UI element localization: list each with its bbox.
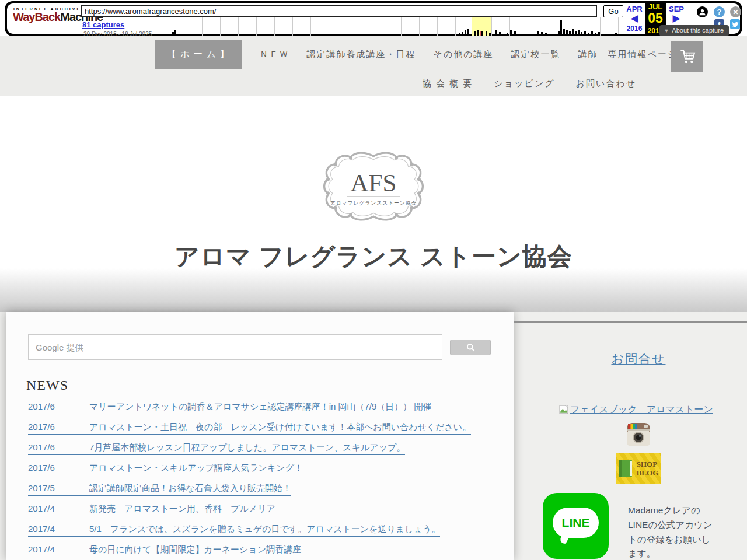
nav-item-4[interactable]: 認定校一覧 [511,49,561,60]
contact-link[interactable]: お問合せ [559,351,718,367]
news-link[interactable]: 2017/6マリーアントワネットの調香＆アロマサシェ認定講座講座！in 岡山（7… [28,401,432,414]
search-icon [466,342,476,352]
line-icon[interactable]: LINE [543,493,609,559]
news-title: アロマストーン・土日祝 夜の部 レッスン受け付けています！本部へお問い合わせくだ… [89,422,471,432]
news-title: 5/1 フランスでは、スズランを贈るミュゲの日です。アロマストーンを送りましょう… [89,524,440,534]
news-date: 2017/6 [28,422,89,432]
go-button[interactable]: Go [603,5,623,18]
search-row [28,334,514,360]
news-date: 2017/4 [28,503,89,513]
line-description: MadameクレアのLINEの公式アカウントの登録をお願いします。 QRコードで… [628,503,718,560]
cart-button[interactable] [671,41,703,72]
afs-subtitle: アロマフレグランスストーン協会 [330,200,417,206]
news-date: 2017/6 [28,401,89,411]
nav-item-3[interactable]: その他の講座 [434,49,494,60]
capture-bar[interactable] [467,29,469,37]
news-link[interactable]: 2017/4母の日に向けて【期間限定】カーネーション調香講座 [28,544,301,557]
nav-row-primary: 【 ホ ー ム 】ＮＥＷ認定講師養成講座・日程その他の講座認定校一覧講師―専用情… [0,36,747,70]
news-heading: NEWS [26,377,514,393]
news-list: 2017/6マリーアントワネットの調香＆アロマサシェ認定講座講座！in 岡山（7… [28,401,514,560]
shop-blog-badge[interactable]: SHOPBLOG [616,453,661,484]
nav-item-5[interactable]: 講師―専用情報ページ [578,49,678,60]
news-title: マリーアントワネットの調香＆アロマサシェ認定講座講座！in 岡山（7/9（日））… [89,401,432,411]
news-link[interactable]: 2017/45/1 フランスでは、スズランを贈るミュゲの日です。アロマストーンを… [28,524,440,537]
nav-item-2[interactable]: 認定講師養成講座・日程 [307,49,416,60]
instagram-icon[interactable] [627,423,650,446]
chevron-down-icon: ▼ [664,28,669,34]
news-date: 2017/6 [28,442,89,452]
news-link[interactable]: 2017/4新発売 アロマストーン用、香料 プルメリア [28,503,275,516]
about-this-capture[interactable]: ▼About this capture [659,25,729,36]
news-title: アロマストーン・スキルアップ講座人気ランキング！ [89,463,303,473]
news-link[interactable]: 2017/5認定講師限定商品！お得な石膏大袋入り販売開始！ [28,483,291,496]
help-icon[interactable]: ? [714,6,725,18]
afs-logo: AFS アロマフレグランスストーン協会 [0,96,747,224]
news-link[interactable]: 2017/67月芦屋本部校レッスン日程アップしました。アロマストーン、スキルアッ… [28,442,405,455]
prev-month-nav[interactable]: APR ◀ 2016 [624,4,645,34]
content-area: NEWS 2017/6マリーアントワネットの調香＆アロマサシェ認定講座講座！in… [0,312,747,560]
news-title: 母の日に向けて【期間限定】カーネーション調香講座 [89,544,301,554]
nav-item-secondary-0[interactable]: 協 会 概 要 [423,78,473,89]
news-date: 2017/6 [28,463,89,473]
news-title: 7月芦屋本部校レッスン日程アップしました。アロマストーン、スキルアップ。 [89,442,405,452]
nav-row-secondary: 協 会 概 要ショッピングお問い合わせ [0,78,747,89]
cart-icon [678,47,697,66]
hero-section: AFS アロマフレグランスストーン協会 アロマ フレグランス ストーン協会 [0,96,747,268]
search-input[interactable] [28,334,442,360]
sidebar: お問合せ フェイスブック アロマストーン [514,321,747,560]
news-date: 2017/4 [28,544,89,554]
sidebar-divider [559,386,718,386]
profile-icon[interactable] [697,6,708,18]
twitter-share-icon[interactable] [730,19,740,29]
afs-acronym: AFS [351,169,397,197]
news-link[interactable]: 2017/6アロマストーン・土日祝 夜の部 レッスン受け付けています！本部へお問… [28,422,471,435]
captures-link[interactable]: 81 captures [82,20,124,29]
nav-item-secondary-2[interactable]: お問い合わせ [576,78,636,89]
capture-bar[interactable] [563,29,565,37]
main-card: NEWS 2017/6マリーアントワネットの調香＆アロマサシェ認定講座講座！in… [6,312,514,560]
next-capture-arrow[interactable]: ▶ [666,13,687,24]
news-title: 認定講師限定商品！お得な石膏大袋入り販売開始！ [89,483,291,493]
wayback-machine-logo: WayBackMachine [13,11,82,23]
capture-bar[interactable] [560,20,562,37]
news-title: 新発売 アロマストーン用、香料 プルメリア [89,503,275,513]
site-navigation: 【 ホ ー ム 】ＮＥＷ認定講師養成講座・日程その他の講座認定校一覧講師―専用情… [0,36,747,96]
nav-item-1[interactable]: ＮＥＷ [260,49,289,60]
broken-image-icon [559,405,569,415]
facebook-link[interactable]: フェイスブック アロマストーン [559,404,718,416]
news-link[interactable]: 2017/6アロマストーン・スキルアップ講座人気ランキング！ [28,463,303,475]
nav-item-0[interactable]: 【 ホ ー ム 】 [155,40,242,69]
news-date: 2017/5 [28,483,89,493]
news-date: 2017/4 [28,524,89,534]
capture-timeline[interactable] [166,18,624,37]
wayback-logo[interactable]: INTERNET ARCHIVE WayBackMachine [13,7,82,23]
prev-capture-arrow[interactable]: ◀ [624,13,645,24]
search-button[interactable] [450,340,491,355]
line-promo: LINE MadameクレアのLINEの公式アカウントの登録をお願いします。 Q… [543,493,718,560]
hero-fade [0,268,747,312]
wayback-toolbar: INTERNET ARCHIVE WayBackMachine Go 81 ca… [5,1,742,36]
archive-url-input[interactable] [81,5,597,17]
book-icon [619,459,634,478]
close-toolbar-icon[interactable]: ✕ [730,6,741,18]
nav-item-secondary-1[interactable]: ショッピング [494,78,554,89]
